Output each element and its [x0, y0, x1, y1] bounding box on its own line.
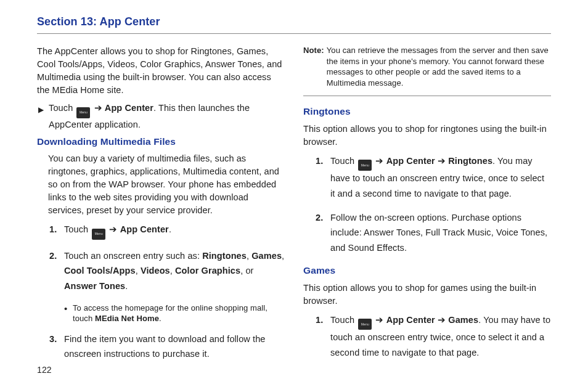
sub-bullet: To access the homepage for the online sh…	[37, 303, 285, 324]
touch-instruction-row: ▶ Touch Menu ➔ App Center. This then lau…	[37, 102, 285, 131]
games-intro: This option allows you to shop for games…	[303, 282, 551, 308]
download-steps: Touch Menu ➔ App Center. Touch an onscre…	[37, 222, 285, 293]
ringtones-steps: Touch Menu ➔ App Center ➔ Ringtones. You…	[303, 153, 551, 256]
note-body: You can retrieve the messages from the s…	[327, 45, 551, 88]
left-column: The AppCenter allows you to shop for Rin…	[37, 45, 285, 370]
menu-icon: Menu	[92, 229, 105, 240]
list-item: Touch Menu ➔ App Center.	[64, 222, 285, 240]
heading-downloading: Downloading Multimedia Files	[37, 135, 285, 149]
touch-instruction-text: Touch Menu ➔ App Center. This then launc…	[49, 102, 285, 131]
menu-icon: Menu	[358, 160, 372, 171]
menu-icon: Menu	[358, 319, 372, 330]
intro-paragraph: The AppCenter allows you to shop for Rin…	[37, 45, 285, 97]
note-label: Note:	[303, 45, 324, 88]
section-title: Section 13: App Center	[37, 14, 551, 34]
download-intro: You can buy a variety of multimedia file…	[37, 152, 285, 217]
list-item: Touch Menu ➔ App Center ➔ Ringtones. You…	[330, 153, 551, 202]
games-steps: Touch Menu ➔ App Center ➔ Games. You may…	[303, 312, 551, 361]
menu-icon: Menu	[76, 107, 90, 118]
list-item: Find the item you want to download and f…	[64, 332, 285, 362]
page-number: 122	[37, 364, 52, 376]
ringtones-intro: This option allows you to shop for ringt…	[303, 123, 551, 149]
play-marker-icon: ▶	[38, 105, 44, 115]
list-item: Follow the on-screen options. Purchase o…	[330, 210, 551, 256]
list-item: Touch an onscreen entry such as: Rington…	[64, 248, 285, 294]
download-steps-cont: Find the item you want to download and f…	[37, 332, 285, 362]
note-block: Note: You can retrieve the messages from…	[303, 45, 551, 96]
list-item: Touch Menu ➔ App Center ➔ Games. You may…	[330, 312, 551, 361]
page: Section 13: App Center The AppCenter all…	[0, 0, 588, 392]
heading-ringtones: Ringtones	[303, 105, 551, 118]
content-columns: The AppCenter allows you to shop for Rin…	[37, 45, 551, 370]
heading-games: Games	[303, 264, 551, 277]
right-column: Note: You can retrieve the messages from…	[303, 45, 551, 370]
